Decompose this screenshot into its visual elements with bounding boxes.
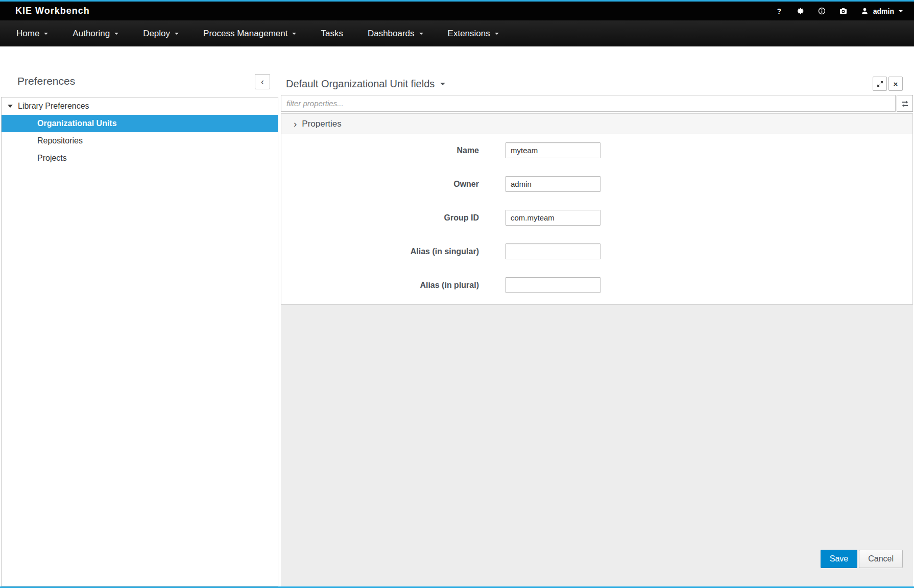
- chevron-down-icon: [495, 33, 499, 35]
- editor-header: Default Organizational Unit fields ×: [281, 75, 913, 93]
- form-row: Alias (in singular): [281, 243, 912, 259]
- filter-input[interactable]: [281, 95, 896, 112]
- chevron-down-icon: [292, 33, 296, 35]
- editor-title[interactable]: Default Organizational Unit fields: [286, 78, 445, 90]
- tree-item-repositories[interactable]: Repositories: [2, 132, 278, 150]
- owner-field[interactable]: [506, 176, 600, 192]
- chevron-right-icon: ›: [294, 119, 297, 129]
- section-title: Properties: [302, 119, 341, 129]
- window-buttons: ×: [873, 77, 913, 91]
- toggle-categories-icon[interactable]: [897, 95, 913, 112]
- preferences-panel-title: Preferences: [17, 75, 75, 87]
- camera-icon[interactable]: [839, 7, 848, 16]
- chevron-down-icon: [44, 33, 48, 35]
- chevron-down-icon: [419, 33, 423, 35]
- user-menu[interactable]: admin: [860, 7, 903, 16]
- user-icon: [860, 7, 870, 16]
- properties-filter-bar: [281, 95, 913, 112]
- chevron-down-icon: [440, 83, 445, 85]
- nav-item-authoring[interactable]: Authoring: [60, 20, 131, 46]
- gear-icon[interactable]: [796, 7, 805, 16]
- tree-node-library-preferences[interactable]: Library Preferences: [2, 97, 278, 115]
- form-row: Group ID: [281, 210, 912, 226]
- nav-item-deploy[interactable]: Deploy: [131, 20, 191, 46]
- chevron-down-icon: [114, 33, 118, 35]
- editor-panel: Default Organizational Unit fields × › P…: [281, 75, 913, 586]
- info-icon[interactable]: [817, 7, 827, 16]
- save-button[interactable]: Save: [821, 550, 857, 568]
- close-icon[interactable]: ×: [888, 77, 903, 91]
- name-label: Name: [281, 146, 479, 155]
- name-field[interactable]: [506, 142, 600, 158]
- app-logo[interactable]: KIE Workbench: [15, 6, 90, 16]
- nav-item-home[interactable]: Home: [4, 20, 60, 46]
- maximize-button[interactable]: [873, 77, 887, 91]
- alias-singular-field[interactable]: [506, 243, 600, 259]
- alias-plural-field[interactable]: [506, 277, 600, 293]
- workspace: Preferences ‹ Library Preferences Organi…: [0, 46, 914, 588]
- cancel-button[interactable]: Cancel: [859, 550, 903, 568]
- properties-form: Name Owner Group ID Alias (in singular) …: [281, 134, 912, 304]
- editor-footer: Save Cancel: [281, 305, 913, 586]
- chevron-down-icon: [175, 33, 179, 35]
- nav-item-process-management[interactable]: Process Management: [191, 20, 308, 46]
- preferences-tree-panel: Library Preferences Organizational Units…: [1, 97, 278, 586]
- masthead-actions: ? admin: [775, 7, 903, 16]
- tree-item-organizational-units[interactable]: Organizational Units: [2, 115, 278, 132]
- alias-plural-label: Alias (in plural): [281, 281, 479, 290]
- form-row: Name: [281, 142, 912, 158]
- form-row: Owner: [281, 176, 912, 192]
- form-row: Alias (in plural): [281, 277, 912, 293]
- help-icon[interactable]: ?: [775, 7, 784, 16]
- alias-singular-label: Alias (in singular): [281, 247, 479, 256]
- chevron-down-icon: [8, 105, 13, 108]
- owner-label: Owner: [281, 180, 479, 189]
- nav-item-tasks[interactable]: Tasks: [308, 20, 355, 46]
- tree-item-projects[interactable]: Projects: [2, 150, 278, 167]
- properties-section-header[interactable]: › Properties: [281, 114, 912, 134]
- group-id-field[interactable]: [506, 210, 600, 226]
- collapse-sidebar-button[interactable]: ‹: [255, 74, 270, 89]
- nav-item-extensions[interactable]: Extensions: [436, 20, 511, 46]
- masthead: KIE Workbench ? admin: [0, 2, 914, 20]
- group-id-label: Group ID: [281, 213, 479, 223]
- main-navbar: Home Authoring Deploy Process Management…: [0, 20, 914, 46]
- nav-item-dashboards[interactable]: Dashboards: [355, 20, 436, 46]
- user-name: admin: [873, 7, 894, 15]
- properties-card: › Properties Name Owner Group ID Alias (…: [281, 113, 913, 305]
- chevron-down-icon: [899, 10, 903, 12]
